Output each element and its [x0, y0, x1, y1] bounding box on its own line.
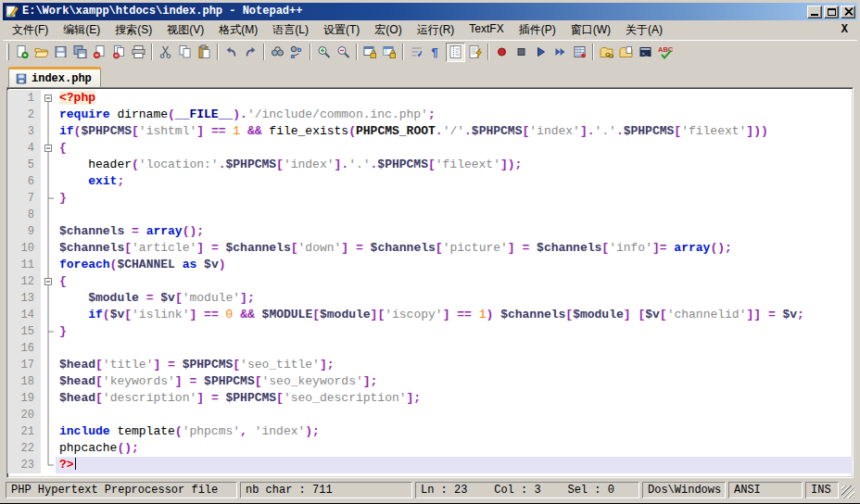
code-line[interactable]: 11foreach($CHANNEL as $v) — [7, 257, 853, 273]
close-all-button[interactable] — [109, 43, 129, 62]
code-text[interactable]: { — [56, 140, 853, 157]
code-line[interactable]: 17$head['title'] = $PHPCMS['seo_title']; — [7, 357, 853, 373]
menu-language[interactable]: 语言(L) — [265, 20, 316, 40]
code-line[interactable]: 23?> — [7, 457, 853, 473]
code-line[interactable]: 4{ — [7, 140, 853, 157]
code-text[interactable] — [56, 407, 853, 423]
code-text[interactable]: if($PHPCMS['ishtml'] == 1 && file_exists… — [56, 123, 853, 140]
code-line[interactable]: 15} — [7, 323, 853, 340]
status-insert-mode[interactable]: INS — [805, 482, 839, 498]
paste-button[interactable] — [195, 43, 214, 62]
code-text[interactable]: $head['keywords'] = $PHPCMS['seo_keyword… — [56, 373, 853, 390]
zoom-in-button[interactable] — [314, 43, 334, 62]
menu-file[interactable]: 文件(F) — [5, 20, 56, 40]
folder-link-button[interactable] — [597, 43, 616, 62]
menu-edit[interactable]: 编辑(E) — [56, 20, 108, 40]
code-text[interactable]: $module = $v['module']; — [56, 290, 853, 307]
sync-vertical-button[interactable] — [360, 43, 380, 62]
code-text[interactable] — [56, 207, 853, 223]
code-line[interactable]: 12{ — [7, 273, 853, 290]
maximize-button[interactable] — [824, 6, 839, 19]
close-button[interactable] — [841, 6, 855, 19]
code-line[interactable]: 2require dirname(__FILE__).'/include/com… — [7, 107, 853, 123]
code-line[interactable]: 18$head['keywords'] = $PHPCMS['seo_keywo… — [7, 373, 853, 390]
show-all-characters-button[interactable]: ¶ — [426, 43, 446, 62]
folder-doc-button[interactable] — [616, 43, 636, 62]
code-line[interactable]: 5 header('location:'.$PHPCMS['index'].'.… — [7, 157, 853, 173]
word-wrap-button[interactable] — [407, 43, 426, 62]
code-line[interactable]: 7} — [7, 190, 853, 207]
menu-run[interactable]: 运行(R) — [410, 20, 462, 40]
replace-button[interactable]: ba — [287, 43, 307, 62]
code-line[interactable]: 3if($PHPCMS['ishtml'] == 1 && file_exist… — [7, 123, 853, 140]
code-text[interactable]: exit; — [56, 173, 853, 190]
menubar-close-button[interactable]: X — [834, 23, 855, 36]
code-text[interactable]: } — [56, 190, 853, 207]
console-button[interactable]: >_ — [636, 43, 655, 62]
fold-toggle-icon[interactable] — [41, 90, 56, 107]
code-line[interactable]: 14 if($v['islink'] == 0 && $MODULE[$modu… — [7, 307, 853, 323]
zoom-out-button[interactable] — [334, 43, 353, 62]
resize-grip[interactable] — [841, 485, 854, 498]
menu-about[interactable]: 关于(A) — [618, 20, 670, 40]
code-line[interactable]: 8 — [7, 207, 853, 223]
close-file-button[interactable] — [90, 43, 109, 62]
code-line[interactable]: 13 $module = $v['module']; — [7, 290, 853, 307]
code-text[interactable]: header('location:'.$PHPCMS['index'].'.'.… — [56, 157, 853, 173]
play-macro-button[interactable] — [531, 43, 550, 62]
menu-search[interactable]: 搜索(S) — [108, 20, 159, 40]
status-encoding[interactable]: ANSI — [728, 482, 803, 498]
code-text[interactable]: if($v['islink'] == 0 && $MODULE[$module]… — [56, 307, 853, 323]
code-line[interactable]: 9$channels = array(); — [7, 223, 853, 240]
indent-guide-button[interactable] — [446, 43, 465, 62]
title-bar[interactable]: E:\Work\xampp\htdocs\index.php - Notepad… — [3, 3, 857, 20]
code-text[interactable]: $channels = array(); — [56, 223, 853, 240]
minimize-button[interactable] — [807, 6, 822, 19]
code-line[interactable]: 1<?php — [7, 90, 853, 107]
code-text[interactable]: $channels['article'] = $channels['down']… — [56, 240, 853, 257]
code-text[interactable]: include template('phpcms', 'index'); — [56, 423, 853, 440]
tab-index-php[interactable]: index.php — [8, 67, 101, 87]
menu-settings[interactable]: 设置(T) — [316, 20, 367, 40]
stop-macro-button[interactable] — [512, 43, 531, 62]
spell-check-button[interactable]: ABC — [655, 43, 675, 62]
code-text[interactable]: $head['title'] = $PHPCMS['seo_title']; — [56, 357, 853, 373]
code-line[interactable]: 21include template('phpcms', 'index'); — [7, 423, 853, 440]
code-text[interactable]: ?> — [56, 457, 853, 473]
open-file-button[interactable] — [32, 43, 51, 62]
code-text[interactable]: require dirname(__FILE__).'/include/comm… — [56, 107, 853, 123]
copy-button[interactable] — [175, 43, 195, 62]
menu-macro[interactable]: 宏(O) — [367, 20, 409, 40]
menu-textfx[interactable]: TextFX — [462, 20, 511, 40]
function-list-button[interactable] — [465, 43, 485, 62]
code-text[interactable]: { — [56, 273, 853, 290]
code-line[interactable]: 6 exit; — [7, 173, 853, 190]
print-button[interactable] — [129, 43, 148, 62]
toolbar-grip[interactable] — [6, 44, 9, 60]
fold-toggle-icon[interactable] — [41, 273, 56, 290]
save-all-button[interactable] — [70, 43, 90, 62]
code-line[interactable]: 10$channels['article'] = $channels['down… — [7, 240, 853, 257]
code-line[interactable]: 19$head['description'] = $PHPCMS['seo_de… — [7, 390, 853, 407]
menu-view[interactable]: 视图(V) — [159, 20, 211, 40]
code-text[interactable]: <?php — [56, 90, 853, 107]
code-text[interactable]: } — [56, 323, 853, 340]
sync-horizontal-button[interactable] — [380, 43, 399, 62]
code-text[interactable] — [56, 340, 853, 357]
find-button[interactable] — [268, 43, 287, 62]
run-macro-multiple-button[interactable] — [550, 43, 570, 62]
save-file-button[interactable] — [51, 43, 70, 62]
code-text[interactable]: foreach($CHANNEL as $v) — [56, 257, 853, 273]
code-line[interactable]: 16 — [7, 340, 853, 357]
status-eol-format[interactable]: Dos\Windows — [642, 482, 726, 498]
code-line[interactable]: 20 — [7, 407, 853, 423]
redo-button[interactable] — [241, 43, 260, 62]
menu-window[interactable]: 窗口(W) — [563, 20, 618, 40]
new-file-button[interactable] — [12, 43, 32, 62]
fold-toggle-icon[interactable] — [41, 140, 56, 157]
record-macro-button[interactable] — [492, 43, 512, 62]
save-macro-button[interactable] — [570, 43, 589, 62]
code-text[interactable]: $head['description'] = $PHPCMS['seo_desc… — [56, 390, 853, 407]
code-area[interactable]: 1<?php2require dirname(__FILE__).'/inclu… — [6, 87, 854, 478]
cut-button[interactable] — [156, 43, 175, 62]
